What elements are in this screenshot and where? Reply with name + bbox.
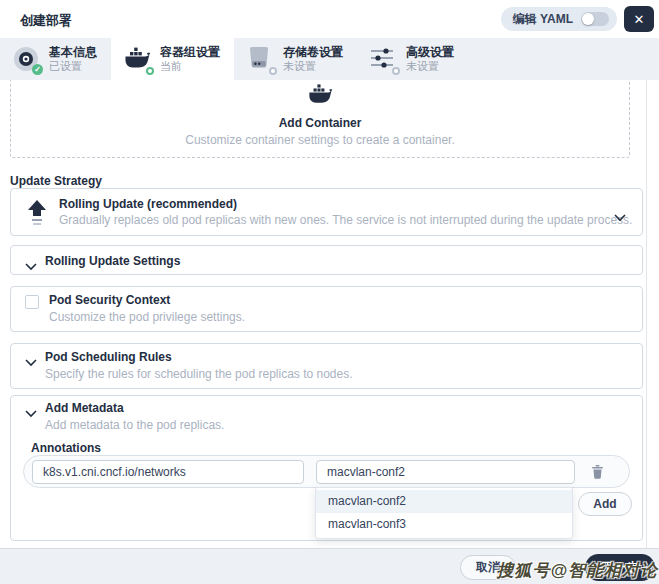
create-deployment-dialog: 创建部署 编辑 YAML ✕ ✓ 基本信息 已设置 容器 [0,0,659,584]
chevron-down-icon [25,353,37,371]
tab-storage-settings[interactable]: 存储卷设置 未设置 [234,38,357,80]
tab-status: 未设置 [283,60,343,74]
rolling-update-option[interactable]: Rolling Update (recommended) Gradually r… [10,188,643,236]
edit-yaml-toggle[interactable]: 编辑 YAML [501,7,617,31]
chevron-down-icon[interactable] [25,404,37,422]
annotation-row [23,455,630,488]
step-tabs: ✓ 基本信息 已设置 容器组设置 当前 存储卷设置 [0,38,659,80]
toggle-switch[interactable] [581,12,609,26]
close-button[interactable]: ✕ [624,6,654,32]
chevron-down-icon [25,257,37,275]
docker-whale-icon [123,45,151,73]
pod-security-context-title: Pod Security Context [49,293,170,307]
pending-badge-icon [392,67,400,75]
pod-scheduling-rules-title: Pod Scheduling Rules [45,350,172,364]
pending-badge-icon [269,67,277,75]
toggle-knob [582,13,594,25]
dropdown-option[interactable]: macvlan-conf3 [316,513,572,536]
docker-whale-icon [305,82,335,110]
dialog-header: 创建部署 编辑 YAML ✕ [0,0,659,38]
tab-basic-info[interactable]: ✓ 基本信息 已设置 [0,38,111,80]
add-container-dropzone[interactable]: Add Container Customize container settin… [10,80,630,158]
pod-security-context-checkbox[interactable] [25,295,39,309]
current-badge-icon [146,67,154,75]
add-metadata-title: Add Metadata [45,401,124,415]
add-container-subtitle: Customize container settings to create a… [11,133,629,147]
tab-status: 未设置 [406,60,454,74]
pod-scheduling-rules-description: Specify the rules for scheduling the pod… [45,367,353,381]
pod-security-context-section: Pod Security Context Customize the pod p… [10,286,643,332]
tab-label: 容器组设置 [160,45,220,60]
rolling-update-settings-section[interactable]: Rolling Update Settings [10,245,643,275]
annotations-label: Annotations [31,441,101,455]
tab-label: 高级设置 [406,45,454,60]
update-arrow-icon [25,199,49,231]
rolling-update-settings-title: Rolling Update Settings [45,254,180,268]
storage-icon [246,45,274,73]
tab-status: 当前 [160,60,220,74]
close-icon: ✕ [634,12,645,27]
watermark: 搜狐号@智能相对论 [496,559,658,582]
tab-status: 已设置 [49,60,97,74]
annotation-key-input[interactable] [32,460,304,484]
tab-advanced-settings[interactable]: 高级设置 未设置 [357,38,468,80]
tab-container-settings[interactable]: 容器组设置 当前 [111,38,234,80]
dropdown-option[interactable]: macvlan-conf2 [316,490,572,513]
pod-icon: ✓ [12,45,40,73]
rolling-update-description: Gradually replaces old pod replicas with… [59,213,632,227]
add-metadata-description: Add metadata to the pod replicas. [45,418,224,432]
dialog-body: Add Container Customize container settin… [0,80,659,548]
chevron-down-icon[interactable] [614,208,626,226]
add-annotation-button[interactable]: Add [578,492,632,516]
add-container-title: Add Container [11,116,629,130]
scrollbar-track[interactable] [646,80,647,548]
tab-label: 存储卷设置 [283,45,343,60]
update-strategy-label: Update Strategy [10,174,102,188]
trash-icon[interactable] [591,464,604,483]
tab-label: 基本信息 [49,45,97,60]
pod-security-context-description: Customize the pod privilege settings. [49,310,245,324]
edit-yaml-label: 编辑 YAML [513,11,573,28]
check-badge-icon: ✓ [32,64,43,75]
sliders-icon [369,45,397,73]
annotation-value-input[interactable] [316,460,575,484]
add-button-label: Add [593,497,616,511]
rolling-update-title: Rolling Update (recommended) [59,197,237,211]
page-title: 创建部署 [20,12,72,30]
annotation-value-dropdown: macvlan-conf2 macvlan-conf3 [315,487,573,539]
pod-scheduling-rules-section[interactable]: Pod Scheduling Rules Specify the rules f… [10,343,643,389]
